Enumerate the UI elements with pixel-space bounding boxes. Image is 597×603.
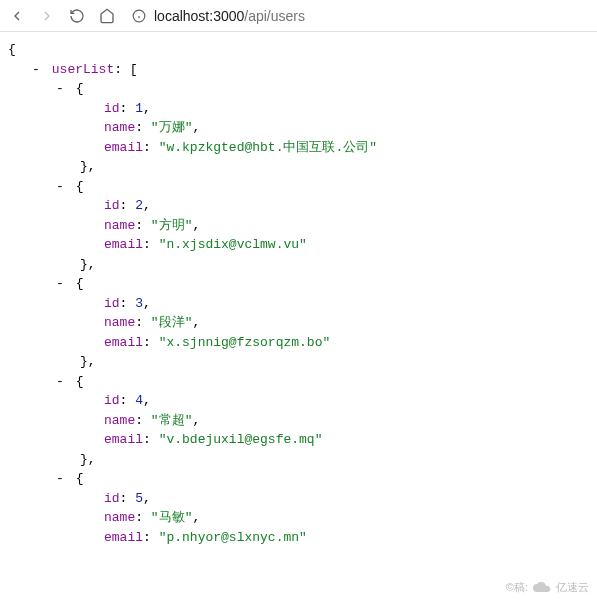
json-viewer: { - userList: [ - {id: 1,name: "万娜",emai… — [0, 32, 597, 555]
json-property-email: email: "p.nhyor@slxnyc.mn" — [8, 528, 589, 548]
url-bar[interactable]: localhost:3000/api/users — [128, 6, 589, 26]
forward-icon[interactable] — [38, 7, 56, 25]
json-property-id: id: 1, — [8, 99, 589, 119]
watermark-prefix: ©稿: — [506, 580, 528, 595]
json-property-email: email: "n.xjsdix@vclmw.vu" — [8, 235, 589, 255]
home-icon[interactable] — [98, 7, 116, 25]
json-property-id: id: 5, — [8, 489, 589, 509]
collapse-toggle[interactable]: - — [56, 372, 68, 392]
url-host: localhost:3000 — [154, 8, 244, 24]
json-property-id: id: 2, — [8, 196, 589, 216]
json-object-open: - { — [8, 79, 589, 99]
reload-icon[interactable] — [68, 7, 86, 25]
collapse-toggle[interactable]: - — [56, 177, 68, 197]
json-object-close: }, — [8, 157, 589, 177]
json-property-name: name: "马敏", — [8, 508, 589, 528]
json-property-id: id: 3, — [8, 294, 589, 314]
json-object-close: }, — [8, 450, 589, 470]
json-object-open: - { — [8, 372, 589, 392]
json-object-close: }, — [8, 352, 589, 372]
json-object-close: }, — [8, 255, 589, 275]
json-property-id: id: 4, — [8, 391, 589, 411]
json-property-email: email: "v.bdejuxil@egsfe.mq" — [8, 430, 589, 450]
json-open-brace: { — [8, 40, 589, 60]
json-property-name: name: "万娜", — [8, 118, 589, 138]
watermark: ©稿: 亿速云 — [506, 580, 589, 595]
json-property-email: email: "x.sjnnig@fzsorqzm.bo" — [8, 333, 589, 353]
json-object-open: - { — [8, 469, 589, 489]
watermark-brand: 亿速云 — [556, 580, 589, 595]
site-info-icon[interactable] — [132, 9, 146, 23]
json-property-name: name: "常超", — [8, 411, 589, 431]
collapse-toggle[interactable]: - — [32, 60, 44, 80]
cloud-icon — [532, 582, 552, 594]
collapse-toggle[interactable]: - — [56, 79, 68, 99]
url-path: /api/users — [244, 8, 305, 24]
collapse-toggle[interactable]: - — [56, 469, 68, 489]
back-icon[interactable] — [8, 7, 26, 25]
json-property-name: name: "方明", — [8, 216, 589, 236]
json-root-key: - userList: [ — [8, 60, 589, 80]
json-object-open: - { — [8, 177, 589, 197]
json-property-email: email: "w.kpzkgted@hbt.中国互联.公司" — [8, 138, 589, 158]
json-property-name: name: "段洋", — [8, 313, 589, 333]
url-text: localhost:3000/api/users — [154, 8, 305, 24]
collapse-toggle[interactable]: - — [56, 274, 68, 294]
browser-toolbar: localhost:3000/api/users — [0, 0, 597, 32]
json-object-open: - { — [8, 274, 589, 294]
